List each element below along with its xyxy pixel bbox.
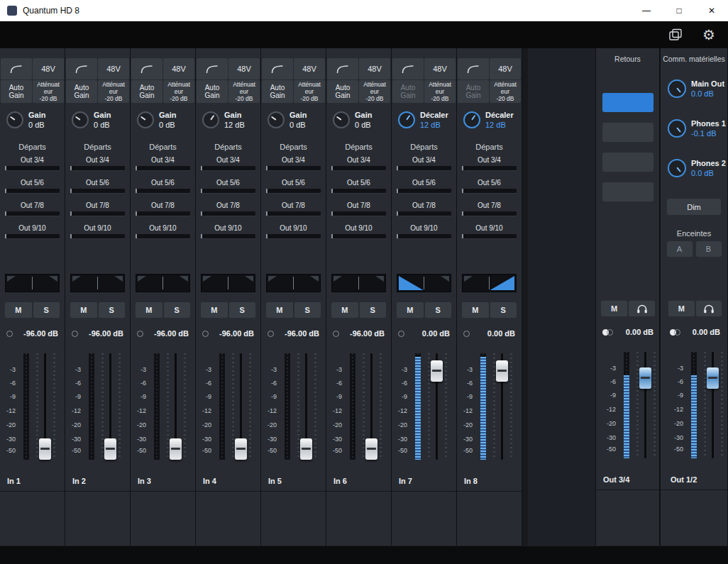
mute-button[interactable]: M	[136, 302, 162, 318]
pan-control[interactable]	[331, 274, 386, 292]
phantom-48v-button[interactable]: 48V	[33, 58, 64, 79]
send-slider[interactable]	[136, 234, 190, 238]
phantom-48v-button[interactable]: 48V	[490, 58, 521, 79]
phantom-48v-button[interactable]: 48V	[163, 58, 194, 79]
pad-button[interactable]: Atténuat eur -20 dB	[228, 80, 260, 103]
mute-button[interactable]: M	[331, 302, 358, 318]
volume-fader[interactable]	[300, 438, 312, 460]
gain-knob[interactable]	[137, 111, 154, 128]
volume-fader[interactable]	[235, 438, 247, 460]
solo-button[interactable]: S	[164, 302, 191, 318]
pad-button[interactable]: Atténuat eur -20 dB	[98, 80, 129, 103]
solo-button[interactable]: S	[425, 302, 452, 318]
phantom-48v-button[interactable]: 48V	[228, 58, 260, 79]
minimize-button[interactable]: —	[630, 0, 663, 21]
gain-knob[interactable]	[333, 111, 350, 128]
send-slider[interactable]	[201, 189, 255, 193]
mute-button[interactable]: M	[5, 302, 32, 318]
polarity-button[interactable]	[327, 58, 358, 79]
returns-tab[interactable]	[602, 123, 653, 142]
auto-gain-button[interactable]: Auto Gain	[392, 80, 424, 103]
send-slider[interactable]	[397, 234, 451, 238]
pan-control[interactable]	[136, 274, 190, 292]
mute-button[interactable]: M	[266, 302, 293, 318]
mute-button[interactable]: M	[668, 301, 695, 316]
volume-fader[interactable]	[431, 360, 443, 382]
mute-button[interactable]: M	[397, 302, 424, 318]
pan-control[interactable]	[462, 274, 517, 292]
speaker-a-button[interactable]: A	[667, 241, 693, 257]
auto-gain-button[interactable]: Auto Gain	[197, 80, 228, 103]
phantom-48v-button[interactable]: 48V	[294, 58, 325, 79]
polarity-button[interactable]	[131, 58, 162, 79]
headphones-button[interactable]	[629, 301, 655, 316]
pad-button[interactable]: Atténuat eur -20 dB	[33, 80, 64, 103]
gain-knob[interactable]	[72, 111, 89, 128]
polarity-button[interactable]	[458, 58, 489, 79]
gain-knob[interactable]	[268, 111, 285, 128]
send-slider[interactable]	[136, 166, 190, 170]
polarity-button[interactable]	[66, 58, 97, 79]
pad-button[interactable]: Atténuat eur -20 dB	[163, 80, 194, 103]
send-slider[interactable]	[462, 211, 517, 216]
gain-knob[interactable]	[202, 111, 219, 128]
returns-tab[interactable]	[602, 93, 653, 112]
send-slider[interactable]	[70, 234, 125, 238]
send-slider[interactable]	[331, 234, 386, 238]
volume-fader[interactable]	[170, 438, 182, 460]
send-slider[interactable]	[266, 211, 321, 216]
auto-gain-button[interactable]: Auto Gain	[1, 80, 32, 103]
link-toggle[interactable]	[602, 329, 613, 336]
link-toggle[interactable]	[670, 329, 680, 336]
send-slider[interactable]	[70, 211, 125, 216]
polarity-button[interactable]	[1, 58, 32, 79]
pad-button[interactable]: Atténuat eur -20 dB	[490, 80, 521, 103]
send-slider[interactable]	[266, 166, 321, 170]
send-slider[interactable]	[5, 166, 60, 170]
gain-knob[interactable]	[463, 111, 480, 128]
send-slider[interactable]	[397, 189, 451, 193]
gain-knob[interactable]	[6, 111, 23, 128]
hardware-output-knob[interactable]	[668, 119, 686, 138]
metering-toggle[interactable]	[398, 331, 404, 337]
solo-button[interactable]: S	[360, 302, 387, 318]
send-slider[interactable]	[266, 234, 321, 238]
send-slider[interactable]	[462, 189, 517, 193]
metering-toggle[interactable]	[463, 331, 470, 337]
phantom-48v-button[interactable]: 48V	[424, 58, 456, 79]
send-slider[interactable]	[201, 166, 255, 170]
send-slider[interactable]	[136, 211, 190, 216]
metering-toggle[interactable]	[137, 331, 143, 337]
send-slider[interactable]	[70, 189, 125, 193]
send-slider[interactable]	[397, 211, 451, 216]
polarity-button[interactable]	[197, 58, 228, 79]
send-slider[interactable]	[5, 189, 60, 193]
scenes-icon[interactable]	[668, 28, 683, 41]
polarity-button[interactable]	[262, 58, 293, 79]
send-slider[interactable]	[70, 166, 125, 170]
pad-button[interactable]: Atténuat eur -20 dB	[294, 80, 325, 103]
pan-control[interactable]	[266, 274, 321, 292]
returns-tab[interactable]	[602, 182, 653, 201]
auto-gain-button[interactable]: Auto Gain	[66, 80, 97, 103]
volume-fader[interactable]	[707, 367, 719, 389]
gain-knob[interactable]	[398, 111, 415, 128]
send-slider[interactable]	[5, 234, 60, 238]
polarity-button[interactable]	[392, 58, 424, 79]
solo-button[interactable]: S	[490, 302, 517, 318]
phantom-48v-button[interactable]: 48V	[98, 58, 129, 79]
metering-toggle[interactable]	[6, 331, 13, 337]
solo-button[interactable]: S	[33, 302, 60, 318]
solo-button[interactable]: S	[294, 302, 321, 318]
settings-gear-icon[interactable]: ⚙	[702, 28, 715, 42]
send-slider[interactable]	[397, 166, 451, 170]
send-slider[interactable]	[331, 189, 386, 193]
pan-control[interactable]	[201, 274, 255, 292]
pad-button[interactable]: Atténuat eur -20 dB	[359, 80, 390, 103]
volume-fader[interactable]	[496, 360, 508, 382]
volume-fader[interactable]	[104, 438, 116, 460]
mute-button[interactable]: M	[462, 302, 489, 318]
metering-toggle[interactable]	[202, 331, 209, 337]
auto-gain-button[interactable]: Auto Gain	[262, 80, 293, 103]
returns-tab[interactable]	[602, 153, 653, 172]
